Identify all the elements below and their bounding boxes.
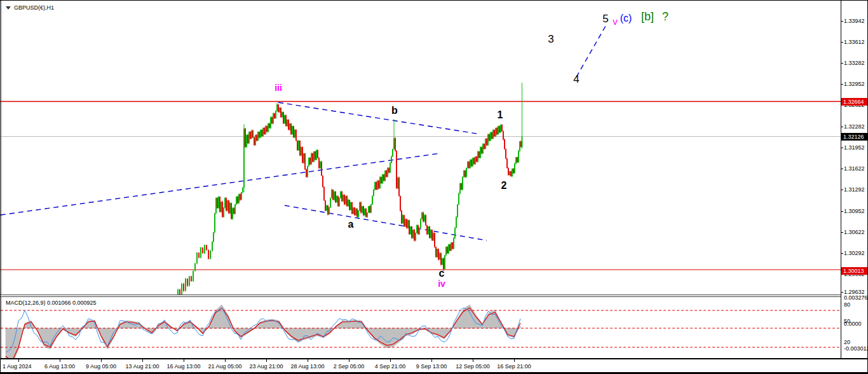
candle-body xyxy=(335,191,336,202)
candle-body xyxy=(351,202,353,214)
candle-body xyxy=(280,107,281,117)
symbol-label[interactable]: GBPUSD(€),H1 xyxy=(6,4,54,11)
candle-body xyxy=(247,135,248,143)
candle-body xyxy=(268,123,269,132)
candle-body xyxy=(327,205,329,214)
wave-label-c: c xyxy=(439,268,445,279)
candle-body xyxy=(316,150,317,160)
candle-body xyxy=(489,134,490,141)
price-label: 1.32952 xyxy=(844,81,865,87)
candle-body xyxy=(254,137,255,145)
candle-body xyxy=(270,117,271,128)
candle-body xyxy=(504,139,505,149)
candle-body xyxy=(417,225,419,234)
candle-body xyxy=(215,198,217,213)
time-tick xyxy=(390,359,391,362)
price-label: 1.30622 xyxy=(844,229,865,235)
window-bottom-frame xyxy=(1,372,867,373)
time-tick xyxy=(225,359,226,362)
candle-body xyxy=(506,158,508,168)
dropdown-triangle-icon[interactable] xyxy=(6,6,11,10)
candle-body xyxy=(200,247,201,258)
candle-body xyxy=(419,228,420,234)
candle-body xyxy=(312,153,313,162)
candle-body xyxy=(332,190,334,200)
level-price-box: 1.32664 xyxy=(841,98,868,106)
candle-body xyxy=(478,151,480,158)
candle-body xyxy=(187,279,188,286)
bid-price-box: 1.32126 xyxy=(841,133,868,141)
candle-body xyxy=(293,126,294,137)
candle-body xyxy=(345,196,346,204)
candle-body xyxy=(407,220,409,228)
price-tick xyxy=(841,292,843,293)
candle-body xyxy=(317,150,318,158)
candle-body xyxy=(302,147,303,163)
candle-body xyxy=(284,115,285,123)
time-tick xyxy=(349,359,349,362)
candle-body xyxy=(365,209,367,217)
candle-body xyxy=(501,125,503,131)
macd-histogram xyxy=(6,305,520,358)
candle-body xyxy=(220,202,222,212)
candle-body xyxy=(448,244,449,253)
candle-body xyxy=(311,153,312,164)
price-label: 1.31292 xyxy=(844,186,865,193)
candle-body xyxy=(359,202,360,211)
candle-body xyxy=(423,212,424,221)
candle-body xyxy=(410,226,411,234)
macd-panel-surface[interactable] xyxy=(1,297,841,358)
price-tick xyxy=(841,190,843,190)
price-label: 1.30952 xyxy=(844,208,865,214)
candle-body xyxy=(373,190,374,196)
candle-body xyxy=(426,225,428,234)
candle-body xyxy=(246,135,247,147)
trendline[interactable] xyxy=(278,102,480,134)
main-chart-surface[interactable] xyxy=(1,1,841,294)
candle-body xyxy=(435,247,437,257)
candle-body xyxy=(237,197,238,203)
candle-body xyxy=(445,247,447,255)
wave-label-3: 3 xyxy=(548,34,553,45)
time-tick xyxy=(266,359,267,362)
candle-body xyxy=(402,215,403,223)
candle-body xyxy=(330,198,331,207)
trendlines[interactable] xyxy=(1,26,606,240)
candle-body xyxy=(382,174,383,183)
price-tick xyxy=(841,63,843,64)
candle-body xyxy=(288,120,289,130)
candle-body xyxy=(331,190,332,198)
level-price-box: 1.30013 xyxy=(841,267,868,275)
candle-body xyxy=(289,123,290,130)
candle-body xyxy=(329,207,330,214)
candle-body xyxy=(477,151,478,162)
time-label: 13 Aug 21:00 xyxy=(125,363,159,370)
candle-body xyxy=(480,147,481,158)
candle-body xyxy=(437,249,438,257)
candle-body xyxy=(376,182,377,190)
candle-body xyxy=(491,132,492,139)
time-label: 12 Sep 05:00 xyxy=(456,363,490,370)
candle-body xyxy=(378,181,379,188)
candle-body xyxy=(256,135,257,141)
candle-body xyxy=(383,174,384,181)
candle-body xyxy=(260,130,261,137)
candle-body xyxy=(303,153,304,163)
time-label: 9 Aug 05:00 xyxy=(86,363,116,370)
candle-body xyxy=(278,104,279,112)
candle-body xyxy=(411,226,412,238)
trendline[interactable] xyxy=(576,26,606,77)
time-label: 4 Sep 21:00 xyxy=(375,363,406,370)
price-tick xyxy=(841,148,843,148)
macd-axis-label: 0.0000 xyxy=(844,321,862,327)
candle-body xyxy=(379,177,381,188)
price-axis[interactable]: 1.339421.336121.332821.329521.326221.322… xyxy=(841,1,868,358)
candle-body xyxy=(248,132,250,143)
candle-body xyxy=(271,117,273,123)
price-tick xyxy=(841,232,843,233)
price-label: 1.30292 xyxy=(844,250,865,256)
candle-body xyxy=(206,245,207,250)
candle-body xyxy=(452,242,453,249)
candle-body xyxy=(396,151,397,188)
candle-body xyxy=(245,128,246,147)
